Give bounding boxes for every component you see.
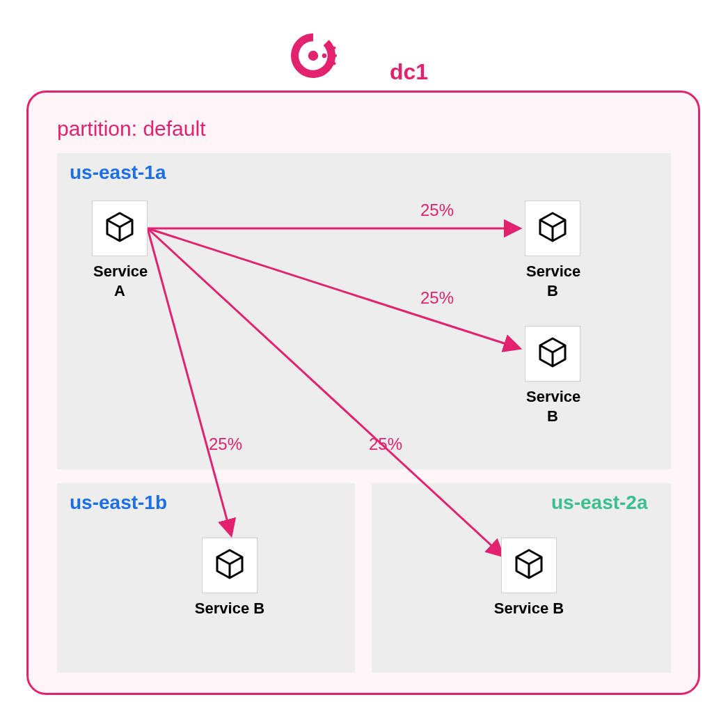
service-a-node [92,201,148,256]
service-b-node-1a-2 [525,326,580,382]
edge-pct-a-b4: 25% [369,435,402,454]
cube-icon [512,547,546,584]
consul-logo-icon [285,28,341,84]
zone-label-us-east-1b: us-east-1b [70,492,167,514]
service-a-label: Service A [93,262,146,300]
zone-label-us-east-2a: us-east-2a [551,492,648,514]
service-b-label-1a-1: Service B [526,262,579,300]
svg-point-3 [328,58,331,62]
cube-icon [536,336,569,372]
service-b-label-1b: Service B [193,599,266,618]
edge-pct-a-b3: 25% [209,435,242,454]
service-b-node-2a [501,538,557,593]
service-b-node-1a-1 [525,201,580,256]
service-b-label-2a: Service B [493,599,565,618]
svg-point-4 [333,47,335,49]
datacenter-title: dc1 [390,59,428,85]
svg-point-1 [322,54,326,58]
partition-label: partition: default [57,117,205,141]
svg-point-2 [328,49,331,53]
edge-pct-a-b2: 25% [420,288,454,308]
svg-point-6 [333,62,335,65]
service-b-node-1b [202,538,258,593]
cube-icon [103,210,136,246]
cube-icon [536,210,569,246]
service-b-label-1a-2: Service B [526,387,579,425]
svg-point-0 [308,51,318,61]
cube-icon [213,547,246,584]
edge-pct-a-b1: 25% [420,201,454,220]
zone-label-us-east-1a: us-east-1a [70,162,166,184]
svg-point-5 [334,54,337,57]
